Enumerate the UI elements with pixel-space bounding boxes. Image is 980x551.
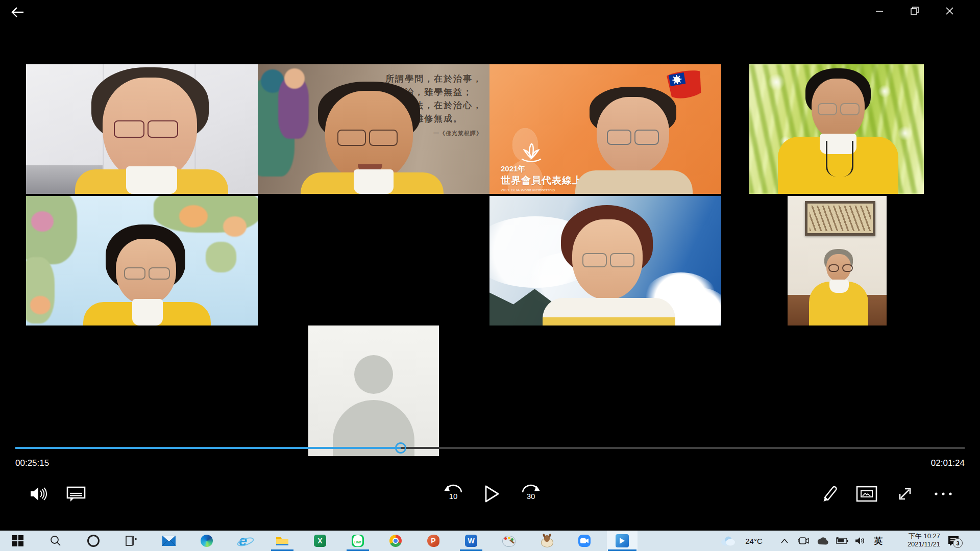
glasses bbox=[337, 130, 398, 146]
fullscreen-icon bbox=[895, 484, 915, 504]
file-explorer-icon bbox=[276, 535, 289, 546]
back-button[interactable] bbox=[8, 3, 27, 21]
participant-tile-2: 所謂學問，在於治事， 事不治，雖學無益； 所謂佛法，在於治心， 不治，雖修無成。… bbox=[258, 64, 489, 194]
avatar-silhouette-icon bbox=[354, 355, 393, 394]
closed-captions-icon bbox=[66, 486, 86, 502]
glasses bbox=[828, 264, 853, 272]
avatar-tile bbox=[308, 325, 439, 456]
file-explorer-app[interactable] bbox=[267, 531, 298, 551]
volume-button[interactable] bbox=[24, 480, 53, 508]
taskbar: e X LINE P bbox=[0, 531, 980, 551]
excel-app[interactable]: X bbox=[305, 531, 335, 551]
camera-off-tile bbox=[258, 196, 489, 325]
mini-player-button[interactable] bbox=[852, 480, 881, 508]
temperature-label[interactable]: 24°C bbox=[739, 531, 769, 551]
zoom-app[interactable] bbox=[569, 531, 600, 551]
emule-app[interactable] bbox=[531, 531, 562, 551]
glasses bbox=[607, 130, 659, 145]
clock[interactable]: 下午 10:27 2021/11/21 bbox=[889, 531, 940, 551]
clock-date: 2021/11/21 bbox=[889, 540, 940, 548]
titlebar bbox=[0, 0, 980, 24]
left-arrow-icon bbox=[11, 7, 24, 18]
participant-tile-4 bbox=[749, 64, 924, 194]
internet-explorer-app[interactable]: e bbox=[229, 531, 260, 551]
internet-explorer-icon: e bbox=[238, 534, 251, 547]
current-time: 00:25:15 bbox=[15, 458, 49, 468]
powerpoint-app[interactable]: P bbox=[418, 531, 449, 551]
task-view-icon bbox=[126, 535, 137, 546]
horse-painting bbox=[805, 201, 875, 236]
seek-played bbox=[15, 447, 401, 449]
tray-chevron-button[interactable] bbox=[777, 531, 792, 551]
clock-time: 下午 10:27 bbox=[889, 532, 940, 540]
notification-badge: 3 bbox=[953, 538, 963, 548]
skip-forward-button[interactable]: 30 bbox=[517, 480, 545, 508]
cortana-icon bbox=[87, 535, 100, 547]
more-options-button[interactable] bbox=[929, 480, 958, 508]
ime-indicator[interactable]: 英 bbox=[870, 531, 887, 551]
glasses bbox=[582, 253, 634, 267]
weather-icon[interactable] bbox=[719, 531, 737, 551]
lotus-logo bbox=[519, 142, 544, 167]
emule-icon bbox=[540, 535, 553, 547]
battery-icon[interactable] bbox=[833, 531, 850, 551]
close-icon bbox=[946, 7, 953, 15]
restore-window-icon bbox=[911, 7, 919, 15]
participant-tile-3: 2021年 世界會員代表線上大會 2021 BLIA World Members… bbox=[489, 64, 721, 194]
glasses bbox=[124, 267, 170, 280]
chrome-app[interactable] bbox=[380, 531, 411, 551]
meet-now-camera-icon bbox=[798, 536, 809, 545]
mini-player-icon bbox=[856, 486, 877, 502]
fullscreen-button[interactable] bbox=[891, 480, 919, 508]
task-view-button[interactable] bbox=[116, 531, 146, 551]
participant-tile-7 bbox=[489, 196, 721, 325]
mail-icon bbox=[162, 536, 176, 546]
zoom-icon bbox=[578, 535, 591, 547]
chrome-icon bbox=[389, 535, 402, 547]
tray-speaker-icon bbox=[854, 536, 866, 545]
line-app[interactable]: LINE bbox=[342, 531, 373, 551]
windows-logo-icon bbox=[12, 535, 23, 546]
movies-and-tv-app[interactable] bbox=[607, 531, 638, 551]
ink-edit-button[interactable] bbox=[815, 480, 844, 508]
word-app[interactable]: W bbox=[456, 531, 486, 551]
participant-tile-8 bbox=[788, 196, 887, 325]
chevron-up-icon bbox=[781, 539, 788, 543]
glasses bbox=[114, 120, 178, 138]
minimize-icon bbox=[876, 7, 883, 14]
restore-button[interactable] bbox=[903, 0, 926, 21]
onedrive-icon[interactable] bbox=[814, 531, 831, 551]
powerpoint-icon: P bbox=[427, 535, 439, 547]
total-time: 02:01:24 bbox=[931, 458, 965, 468]
volume-icon bbox=[29, 486, 47, 502]
skip-back-button[interactable]: 10 bbox=[439, 480, 468, 508]
meet-now-button[interactable] bbox=[795, 531, 812, 551]
paint-icon bbox=[502, 535, 516, 547]
movies-and-tv-icon bbox=[616, 534, 629, 547]
search-icon bbox=[50, 535, 61, 546]
tray-volume-button[interactable] bbox=[851, 531, 869, 551]
paint-app[interactable] bbox=[494, 531, 524, 551]
more-options-icon bbox=[933, 491, 953, 496]
captions-button[interactable] bbox=[62, 480, 90, 508]
edge-icon bbox=[201, 535, 213, 547]
action-center-button[interactable]: 3 bbox=[942, 531, 965, 551]
play-icon bbox=[480, 482, 502, 506]
close-button[interactable] bbox=[938, 0, 961, 21]
search-button[interactable] bbox=[40, 531, 71, 551]
minimize-button[interactable] bbox=[868, 0, 891, 21]
word-icon: W bbox=[465, 535, 477, 547]
participant-tile-5 bbox=[26, 196, 258, 325]
edge-app[interactable] bbox=[191, 531, 222, 551]
excel-icon: X bbox=[314, 535, 326, 547]
participant-tile-1 bbox=[26, 64, 258, 194]
play-button[interactable] bbox=[477, 480, 505, 508]
seek-bar[interactable] bbox=[15, 447, 965, 449]
start-button[interactable] bbox=[3, 531, 33, 551]
cortana-button[interactable] bbox=[78, 531, 109, 551]
line-icon: LINE bbox=[352, 535, 364, 547]
seek-thumb[interactable] bbox=[395, 442, 406, 454]
mail-app[interactable] bbox=[154, 531, 184, 551]
glasses bbox=[818, 103, 860, 115]
pencil-icon bbox=[819, 484, 840, 504]
